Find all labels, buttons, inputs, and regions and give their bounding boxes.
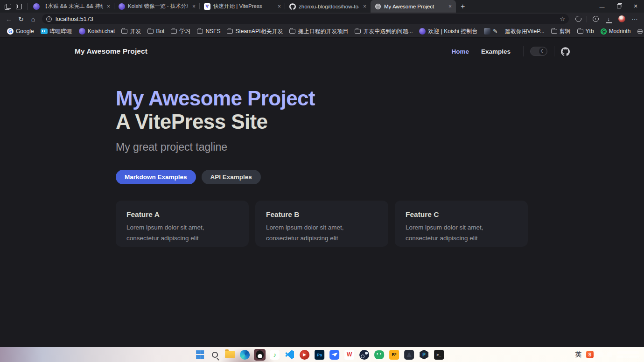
home-icon[interactable]: ⌂ (27, 15, 39, 23)
ime-indicator[interactable]: 英 (575, 350, 581, 359)
feature-card-a: Feature A Lorem ipsum dolor sit amet, co… (116, 201, 249, 247)
bookmark-google[interactable]: GGoogle (4, 28, 37, 35)
photoshop-icon[interactable]: Ps (314, 349, 325, 361)
music-app-icon[interactable]: ♪ (269, 349, 280, 361)
refresh-icon[interactable]: ↻ (15, 15, 27, 23)
rockstar-icon[interactable]: R* (388, 349, 400, 361)
tab-close-icon[interactable]: × (276, 3, 282, 10)
bookmark-koishi-chat[interactable]: Koishi.chat (76, 28, 119, 35)
terminal-icon[interactable]: >_ (433, 349, 445, 361)
wechat-icon[interactable] (373, 349, 385, 361)
tray-icon[interactable] (607, 352, 612, 357)
back-icon[interactable]: ← (3, 15, 15, 23)
feature-details: Lorem ipsum dolor sit amet, consectetur … (126, 222, 238, 244)
bookmark-folder-issues[interactable]: 开发中遇到的问题... (351, 28, 416, 35)
taskbar-clock[interactable] (617, 351, 639, 358)
bookmark-folder-steamapi[interactable]: SteamAPI相关开发 (224, 28, 286, 35)
api-examples-button[interactable]: API Examples (202, 170, 261, 184)
search-icon[interactable] (209, 349, 221, 361)
windows-start-icon[interactable] (194, 349, 206, 361)
bookmark-koishi-console[interactable]: 欢迎 | Koishi 控制台 (416, 28, 481, 35)
globe-icon (637, 28, 643, 35)
theme-toggle[interactable]: ☾ (530, 47, 547, 56)
wps-icon[interactable]: W (343, 349, 355, 361)
browser-tab-strip: 【水贴 && 未完工 && 持续施工中 × Koishi 镜像一览 - 技术分享… (0, 0, 644, 13)
history-icon[interactable] (590, 14, 601, 25)
minimize-button[interactable]: — (594, 0, 610, 13)
steam-icon[interactable] (358, 349, 370, 361)
sogou-input-icon[interactable]: S (586, 351, 594, 358)
site-title[interactable]: My Awesome Project (75, 47, 147, 56)
tab-2[interactable]: Koishi 镜像一览 - 技术分享 - Kois × (114, 0, 200, 13)
tab-close-icon[interactable]: × (447, 3, 453, 10)
profile-avatar[interactable] (616, 14, 627, 25)
media-player-icon[interactable]: ▶ (299, 349, 310, 361)
tab-1[interactable]: 【水贴 && 未完工 && 持续施工中 × (29, 0, 114, 13)
restore-icon (617, 4, 621, 8)
workspaces-icon[interactable] (5, 4, 11, 9)
tab-close-icon[interactable]: × (191, 3, 197, 10)
bookmark-folder-dev[interactable]: 开发 (118, 28, 144, 35)
tab-title: 【水贴 && 未完工 && 持续施工中 (42, 3, 103, 10)
extensions-icon[interactable] (573, 14, 584, 25)
dark-app-icon[interactable] (403, 349, 415, 361)
address-bar[interactable]: i localhost:5173 ☆ (42, 14, 569, 24)
tab-3[interactable]: 快速开始 | VitePress × (200, 0, 285, 13)
divider (523, 46, 524, 56)
close-button[interactable]: ✕ (627, 0, 644, 13)
file-explorer-icon[interactable] (224, 349, 236, 361)
bookmark-modrinth[interactable]: Modrinth (597, 28, 634, 35)
vscode-icon[interactable] (284, 349, 295, 361)
favorite-star-icon[interactable]: ☆ (560, 15, 565, 22)
folder-icon (147, 29, 154, 34)
bookmark-folder-scheduled[interactable]: 提上日程的开发项目 (286, 28, 351, 35)
bookmark-pdf-preview[interactable]: PDF预览 (634, 28, 644, 35)
downloads-icon[interactable]: ↓ (603, 14, 614, 25)
bookmark-folder-bot[interactable]: Bot (144, 28, 168, 35)
folder-icon (121, 29, 127, 34)
nav-link-home[interactable]: Home (445, 48, 475, 55)
bookmark-folder-ytb[interactable]: Ytb (574, 28, 597, 35)
windows-taskbar: ♪ ▶ Ps W R* P >_ 英 S (0, 347, 644, 362)
edge-icon[interactable] (239, 349, 251, 361)
tray-icon[interactable] (598, 352, 603, 357)
github-link-icon[interactable] (561, 47, 570, 56)
bookmark-bilibili[interactable]: 哔哩哔哩 (37, 28, 76, 35)
screen: 【水贴 && 未完工 && 持续施工中 × Koishi 镜像一览 - 技术分享… (0, 0, 644, 362)
folder-icon (197, 29, 203, 34)
bookmark-vitepress-tutorial[interactable]: ✎ 一篇教你用ViteP... (481, 28, 547, 35)
divider (28, 3, 28, 10)
tab-close-icon[interactable]: × (362, 3, 368, 10)
markdown-examples-button[interactable]: Markdown Examples (116, 170, 196, 184)
tab-4[interactable]: zhonxu-blog/docs/how-to-ask-a × (285, 0, 371, 13)
system-tray[interactable] (598, 352, 612, 357)
tab-title: zhonxu-blog/docs/how-to-ask-a (299, 4, 359, 9)
feature-title: Feature B (266, 210, 378, 219)
koishi-icon (33, 3, 40, 10)
bilibili-icon (41, 28, 48, 34)
site-info-icon[interactable]: i (46, 16, 52, 22)
bookmark-folder-nsfs[interactable]: NSFS (194, 28, 224, 35)
p-app-icon[interactable]: P (418, 349, 430, 361)
window-controls: — ✕ (594, 0, 644, 13)
bookmarks-bar: GGoogle 哔哩哔哩 Koishi.chat 开发 Bot 学习 NSFS … (0, 25, 644, 38)
restore-button[interactable] (610, 0, 627, 13)
vertical-tabs-icon[interactable] (16, 4, 22, 9)
hero-tagline: My great project tagline (116, 139, 315, 154)
moon-icon: ☾ (539, 48, 546, 55)
more-menu-icon[interactable]: ··· (629, 14, 640, 25)
avatar-icon (484, 28, 490, 35)
tab-active[interactable]: My Awesome Project × (371, 0, 456, 13)
folder-icon (577, 29, 583, 34)
bookmark-folder-study[interactable]: 学习 (168, 28, 194, 35)
nav-link-examples[interactable]: Examples (475, 48, 517, 55)
url-text[interactable]: localhost:5173 (56, 16, 560, 22)
new-tab-button[interactable]: + (456, 2, 469, 11)
lark-icon[interactable] (329, 349, 340, 361)
tab-close-icon[interactable]: × (105, 3, 112, 10)
bookmark-folder-editing[interactable]: 剪辑 (548, 28, 574, 35)
folder-icon (227, 29, 233, 34)
hero-text: A VitePress Site (116, 110, 315, 133)
qq-icon[interactable] (254, 349, 266, 361)
tab-title: My Awesome Project (384, 4, 444, 9)
